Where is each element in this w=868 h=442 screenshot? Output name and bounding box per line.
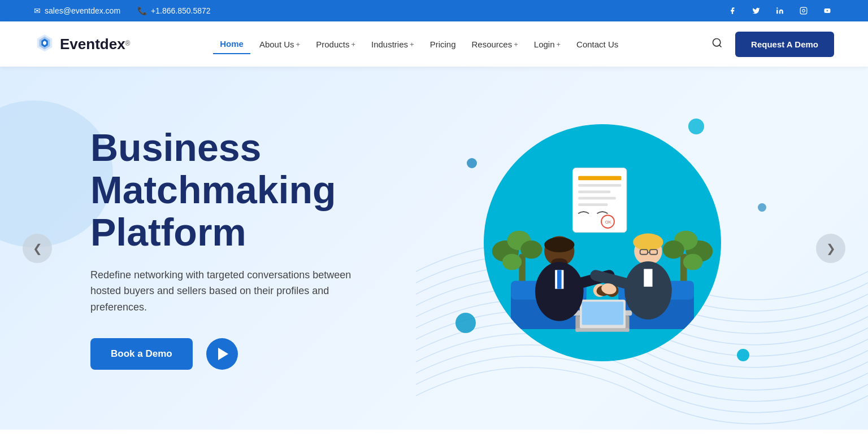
mail-icon: ✉ (34, 6, 41, 15)
nav-contact-us[interactable]: Contact Us (570, 35, 625, 54)
logo[interactable]: Eventdex® (34, 33, 130, 55)
svg-text:OK: OK (605, 220, 611, 225)
nav-login[interactable]: Login + (527, 35, 567, 54)
nav-links: Home About Us + Products + Industries + … (213, 34, 625, 54)
svg-point-21 (520, 240, 542, 258)
topbar: ✉ sales@eventdex.com 📞 +1.866.850.5872 (0, 0, 868, 21)
play-video-button[interactable] (206, 338, 238, 370)
svg-rect-13 (578, 190, 610, 193)
float-circle-3 (455, 313, 476, 333)
float-circle-4 (737, 349, 749, 361)
svg-rect-15 (578, 203, 607, 206)
hero-content: Business Matchmaking Platform Redefine n… (0, 79, 868, 418)
nav-pricing[interactable]: Pricing (423, 35, 463, 54)
svg-rect-56 (644, 269, 652, 286)
carousel-next-button[interactable]: ❯ (816, 234, 845, 263)
svg-rect-47 (557, 270, 562, 288)
nav-home[interactable]: Home (213, 34, 250, 54)
nav-about-us[interactable]: About Us + (253, 35, 307, 54)
svg-point-8 (713, 38, 721, 46)
svg-point-26 (663, 240, 684, 258)
carousel-prev-button[interactable]: ❮ (23, 234, 52, 263)
social-links (726, 4, 834, 17)
float-circle-5 (758, 203, 766, 212)
navbar: Eventdex® Home About Us + Products + Ind… (0, 21, 868, 67)
svg-point-51 (633, 233, 663, 250)
phone-icon: 📞 (137, 6, 147, 15)
main-illustration-circle: OK (484, 124, 721, 361)
float-circle-2 (467, 158, 477, 168)
logo-text: Eventdex® (60, 36, 130, 53)
svg-rect-1 (800, 7, 807, 14)
hero-section: ❮ Business Matchmaking Platform Redefine… (0, 67, 868, 430)
book-demo-button[interactable]: Book a Demo (90, 338, 193, 370)
svg-point-43 (544, 237, 574, 252)
svg-line-9 (719, 45, 722, 47)
nav-right: Request A Demo (708, 32, 834, 57)
svg-rect-41 (575, 328, 629, 332)
svg-rect-40 (582, 301, 623, 325)
meeting-illustration: OK (489, 141, 715, 361)
linkedin-icon[interactable] (773, 4, 787, 17)
request-demo-button[interactable]: Request A Demo (735, 32, 834, 57)
hero-subtitle: Redefine networking with targeted conver… (90, 267, 384, 316)
phone-contact[interactable]: 📞 +1.866.850.5872 (137, 6, 211, 15)
nav-resources[interactable]: Resources + (465, 35, 525, 54)
svg-point-22 (502, 253, 522, 270)
svg-rect-14 (578, 196, 616, 199)
nav-industries[interactable]: Industries + (364, 35, 421, 54)
svg-rect-12 (578, 183, 621, 186)
svg-point-0 (776, 7, 778, 8)
twitter-icon[interactable] (749, 4, 763, 17)
email-contact[interactable]: ✉ sales@eventdex.com (34, 6, 120, 15)
nav-products[interactable]: Products + (309, 35, 362, 54)
hero-illustration: OK (450, 113, 778, 384)
svg-point-27 (683, 253, 702, 270)
hero-text: Business Matchmaking Platform Redefine n… (90, 126, 384, 370)
youtube-icon[interactable] (821, 4, 834, 17)
search-icon (711, 37, 723, 49)
topbar-contacts: ✉ sales@eventdex.com 📞 +1.866.850.5872 (34, 6, 211, 15)
facebook-icon[interactable] (726, 4, 739, 17)
hero-title: Business Matchmaking Platform (90, 126, 384, 253)
phone-number: +1.866.850.5872 (151, 6, 211, 15)
hero-actions: Book a Demo (90, 338, 384, 370)
logo-icon (34, 33, 55, 55)
instagram-icon[interactable] (797, 4, 810, 17)
svg-rect-11 (578, 176, 621, 180)
email-address: sales@eventdex.com (45, 6, 120, 15)
search-button[interactable] (708, 34, 726, 55)
float-circle-1 (688, 119, 704, 134)
